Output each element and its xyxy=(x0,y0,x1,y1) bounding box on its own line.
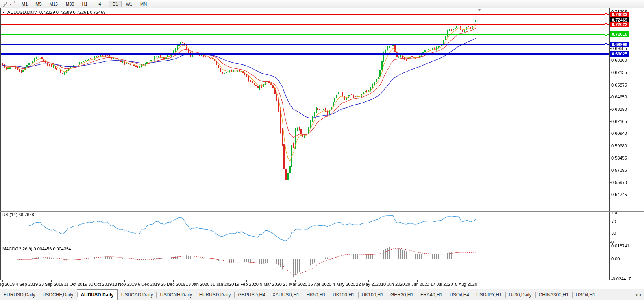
date-tick-mark xyxy=(124,280,125,282)
period-button-d1[interactable]: D1 xyxy=(109,1,122,7)
price-tick-label: 0.58455 xyxy=(611,156,627,161)
chart-shift-marker-icon[interactable] xyxy=(478,9,481,11)
dropdown-caret-icon[interactable]: ▾ xyxy=(9,2,13,6)
date-tick-mark xyxy=(149,280,149,282)
macd-tick-label: 0.00 xyxy=(611,256,620,261)
price-tag-0.73033: 0.73033 xyxy=(610,12,629,17)
chart-ohlc-values: 0.72329 0.72589 0.72261 0.72469 xyxy=(39,10,105,15)
support-line-0.69999[interactable] xyxy=(1,44,609,45)
chart-collapse-icon[interactable]: ▼ xyxy=(2,11,5,14)
tab-fra40-h1[interactable]: FRA40,H1 xyxy=(417,289,446,300)
period-button-m30[interactable]: M30 xyxy=(62,1,78,7)
tab-eurusd-daily[interactable]: EURUSD,Daily xyxy=(0,289,39,300)
tab-gbpusd-h4[interactable]: GBPUSD,H4 xyxy=(234,289,268,300)
price-tick-label: 0.67135 xyxy=(611,70,627,75)
date-tick-mark xyxy=(344,280,344,282)
date-tick-mark xyxy=(295,280,296,282)
date-tick-mark xyxy=(51,280,52,282)
date-tick-mark xyxy=(173,280,174,282)
price-tick-label: 0.65875 xyxy=(611,83,627,88)
chart-canvas[interactable] xyxy=(0,8,644,289)
rsi-indicator-label: RSI(14) 68.7688 xyxy=(2,212,34,217)
date-tick-mark xyxy=(442,280,442,282)
resistance-line-0.72022[interactable] xyxy=(1,24,609,25)
chart-tabs-bar: EURUSD,DailyUSDCHF,DailyAUDUSD,DailyUSDC… xyxy=(0,289,644,300)
price-tag-0.71010: 0.71010 xyxy=(610,31,629,37)
tab-xauusd-h1[interactable]: XAUUSD,H1 xyxy=(269,289,303,300)
period-button-w1[interactable]: W1 xyxy=(122,1,136,7)
period-toolbar: ▾ M1M5M15M30H1H4D1W1MN xyxy=(0,0,644,8)
macd-tick-label: -0.024417 xyxy=(611,276,631,282)
current-price-line-0.72469[interactable] xyxy=(1,20,609,20)
line-handle-0.71010[interactable] xyxy=(605,33,607,36)
tab-usdcad-daily[interactable]: USDCAD,Daily xyxy=(118,289,157,300)
period-button-m5[interactable]: M5 xyxy=(32,1,45,7)
tab-hk50-h1[interactable]: HK50,H1 xyxy=(303,289,329,300)
tabs-scroll-arrows: ◂▸ xyxy=(632,289,644,300)
tab-dj30-daily[interactable]: DJ30,Daily xyxy=(505,289,535,300)
period-button-h1[interactable]: H1 xyxy=(78,1,91,7)
date-tick-mark xyxy=(246,280,247,282)
toolbar-separator xyxy=(107,1,107,7)
tab-china300-h1[interactable]: CHINA300,H1 xyxy=(535,289,572,300)
date-tick-mark xyxy=(27,280,27,282)
macd-indicator-label: MACD(12,26,9) 0.004456 0.004354 xyxy=(2,247,71,251)
price-tick-label: 0.54745 xyxy=(611,192,627,197)
price-axis-border xyxy=(609,8,610,280)
price-tick-label: 0.64650 xyxy=(611,94,627,99)
period-button-mn[interactable]: MN xyxy=(137,1,150,7)
chart-title-row: ▼ AUDUSD,Daily 0.72329 0.72589 0.72261 0… xyxy=(2,10,105,15)
price-tick-label: 0.60940 xyxy=(611,131,627,136)
date-tick-mark xyxy=(76,280,76,282)
date-label: 5 Aug 2020 xyxy=(452,282,480,287)
rsi-macd-separator[interactable] xyxy=(0,244,644,244)
price-tag-0.69999: 0.69999 xyxy=(610,42,629,47)
chart-symbol-title: AUDUSD,Daily xyxy=(7,10,37,15)
date-tick-mark xyxy=(320,280,320,282)
date-tick-mark xyxy=(417,280,418,282)
date-tick-mark xyxy=(368,280,369,282)
plot-left-border xyxy=(0,8,1,280)
main-rsi-separator[interactable] xyxy=(0,211,644,212)
line-handle-0.73033[interactable] xyxy=(605,13,607,16)
line-studies-icon[interactable] xyxy=(2,1,9,7)
price-tag-0.69025: 0.69025 xyxy=(610,51,629,57)
main-rsi-separator[interactable] xyxy=(0,210,644,210)
support-line-0.69025[interactable] xyxy=(1,53,609,55)
price-tick-label: 0.63390 xyxy=(611,107,627,112)
price-tag-0.72022: 0.72022 xyxy=(610,22,629,27)
date-tick-mark xyxy=(222,280,222,282)
rsi-tick-label: 30 xyxy=(611,231,616,236)
date-tick-mark xyxy=(100,280,100,282)
tab-eurusd-daily[interactable]: EURUSD,Daily xyxy=(196,289,235,300)
tab-usdchf-daily[interactable]: USDCHF,Daily xyxy=(39,289,77,300)
tab-uk100-h1[interactable]: UK100,H1 xyxy=(358,289,387,300)
time-axis-border xyxy=(0,280,644,280)
tabs-scroll-left-icon[interactable]: ◂ xyxy=(635,293,637,297)
date-tick-mark xyxy=(271,280,271,282)
support-line-0.71010[interactable] xyxy=(1,34,609,35)
rsi-macd-separator[interactable] xyxy=(0,245,644,245)
tab-usdcnh-daily[interactable]: USDCNH,Daily xyxy=(156,289,195,300)
date-tick-mark xyxy=(466,280,466,282)
price-tick-label: 0.59680 xyxy=(611,144,627,149)
price-tick-label: 0.57195 xyxy=(611,168,627,173)
period-button-h4[interactable]: H4 xyxy=(92,1,104,7)
tab-usdjpy-h1[interactable]: USDJPY,H1 xyxy=(473,289,505,300)
tab-usoil-h1[interactable]: USOil,H1 xyxy=(572,289,599,300)
tab-ger30-h1[interactable]: GER30,H1 xyxy=(387,289,417,300)
line-handle-0.69999[interactable] xyxy=(605,43,607,46)
tab-usoil-h4[interactable]: USOil,H4 xyxy=(446,289,473,300)
date-tick-mark xyxy=(2,280,3,282)
period-button-m1[interactable]: M1 xyxy=(18,1,31,7)
period-buttons: M1M5M15M30H1H4D1W1MN xyxy=(18,1,151,7)
tab-audusd-daily[interactable]: AUDUSD,Daily xyxy=(77,289,117,300)
chart-window: ▼ AUDUSD,Daily 0.72329 0.72589 0.72261 0… xyxy=(0,8,644,289)
tabs-scroll-right-icon[interactable]: ▸ xyxy=(640,293,642,297)
date-tick-mark xyxy=(198,280,198,282)
line-handle-0.72022[interactable] xyxy=(605,23,607,26)
date-tick-mark xyxy=(393,280,393,282)
period-button-m15[interactable]: M15 xyxy=(46,1,61,7)
toolbar-grip[interactable] xyxy=(14,1,15,7)
tab-uk100-h1[interactable]: UK100,H1 xyxy=(329,289,358,300)
